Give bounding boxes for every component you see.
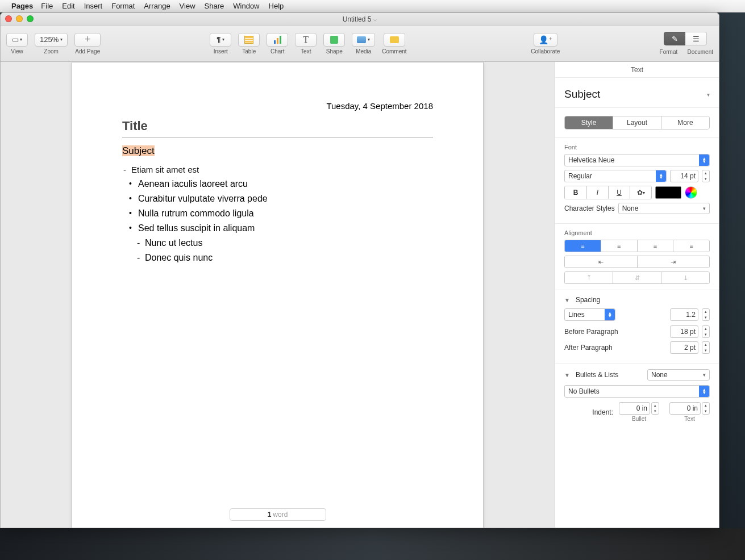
after-stepper[interactable]: ▴▾ — [702, 341, 710, 354]
table-button[interactable] — [238, 33, 260, 47]
advanced-font-button[interactable]: ✿▾ — [630, 186, 651, 199]
list-item[interactable]: Donec quis nunc — [122, 253, 433, 263]
bullet-indent-input[interactable]: 0 in — [619, 402, 650, 415]
disclosure-triangle-icon[interactable]: ▼ — [564, 297, 570, 303]
menu-file[interactable]: File — [41, 2, 53, 10]
spacing-value-input[interactable]: 1.2 — [670, 308, 698, 321]
select-arrow-icon: ▴▾ — [656, 170, 666, 182]
indent-button[interactable]: ⇥ — [637, 256, 710, 268]
collaborate-icon: 👤⁺ — [539, 35, 552, 44]
bold-button[interactable]: B — [565, 186, 586, 199]
font-family-select[interactable]: Helvetica Neue ▴▾ — [564, 154, 710, 166]
disclosure-triangle-icon[interactable]: ▼ — [564, 372, 570, 378]
alignment-label: Alignment — [564, 229, 710, 236]
align-right-button[interactable]: ≡ — [637, 240, 673, 252]
bullets-preset-value: None — [651, 371, 668, 379]
window-titlebar[interactable]: Untitled 5 ⌵ — [1, 13, 719, 26]
shape-icon — [330, 36, 338, 44]
text-indent-stepper[interactable]: ▴▾ — [702, 402, 710, 415]
add-page-label: Add Page — [75, 48, 100, 55]
list-item[interactable]: Curabitur vulputate viverra pede — [122, 194, 433, 204]
list-item[interactable]: Nunc ut lectus — [122, 238, 433, 248]
align-justify-button[interactable]: ≡ — [673, 240, 709, 252]
media-button[interactable]: ▾ — [352, 33, 375, 47]
menu-format[interactable]: Format — [111, 2, 135, 10]
font-weight-select[interactable]: Regular ▴▾ — [564, 170, 667, 182]
add-page-button[interactable]: + — [74, 33, 101, 47]
paragraph-style-name[interactable]: Subject — [564, 88, 600, 101]
minimize-window-button[interactable] — [16, 15, 23, 22]
bullets-type-select[interactable]: No Bullets ▴▾ — [564, 385, 710, 398]
list-item[interactable]: Sed tellus suscipit in aliquam — [122, 223, 433, 233]
character-styles-select[interactable]: None ▾ — [618, 203, 710, 214]
align-left-button[interactable]: ≡ — [565, 240, 601, 252]
view-button[interactable]: ▭ ▾ — [6, 33, 28, 47]
list-item[interactable]: Etiam sit amet est — [122, 165, 433, 174]
document-panel-button[interactable]: ☰ — [685, 32, 707, 45]
date-field[interactable]: Tuesday, 4 September 2018 — [122, 101, 433, 111]
menu-edit[interactable]: Edit — [62, 2, 74, 10]
shape-button[interactable] — [323, 33, 345, 47]
text-button[interactable]: T — [295, 33, 317, 47]
desktop-background — [719, 12, 745, 560]
spacing-mode-select[interactable]: Lines ▴▾ — [564, 308, 615, 321]
character-styles-value: None — [622, 204, 639, 212]
menu-view[interactable]: View — [180, 2, 195, 10]
text-indent-input[interactable]: 0 in — [669, 402, 701, 415]
valign-middle-button[interactable]: ⇵ — [613, 272, 661, 283]
italic-button[interactable]: I — [586, 186, 608, 199]
close-window-button[interactable] — [5, 15, 12, 22]
seg-style[interactable]: Style — [565, 116, 613, 129]
list-item[interactable]: Aenean iaculis laoreet arcu — [122, 179, 433, 189]
font-size-input[interactable]: 14 pt — [670, 170, 698, 182]
outdent-button[interactable]: ⇤ — [565, 256, 637, 268]
media-icon — [357, 36, 366, 43]
font-size-stepper[interactable]: ▴▾ — [702, 170, 710, 182]
comment-button[interactable] — [384, 33, 405, 47]
align-center-button[interactable]: ≡ — [601, 240, 637, 252]
list-item[interactable]: Nulla rutrum commodo ligula — [122, 208, 433, 219]
before-stepper[interactable]: ▴▾ — [702, 325, 710, 338]
character-styles-label: Character Styles — [564, 204, 615, 212]
fullscreen-window-button[interactable] — [27, 15, 34, 22]
insert-button[interactable]: ¶ ▾ — [210, 33, 231, 47]
app-name[interactable]: Pages — [11, 2, 33, 10]
title-rule — [122, 137, 433, 137]
style-chevron-icon[interactable]: ▾ — [707, 91, 710, 98]
page-number: 1 — [268, 511, 272, 519]
chevron-down-icon: ▾ — [703, 372, 706, 378]
format-panel-button[interactable]: ✎ — [664, 32, 685, 45]
bullets-preset-select[interactable]: None ▾ — [647, 369, 710, 381]
underline-button[interactable]: U — [608, 186, 630, 199]
valign-bottom-button[interactable]: ⤓ — [661, 272, 709, 283]
window-title[interactable]: Untitled 5 ⌵ — [343, 15, 377, 23]
menu-share[interactable]: Share — [205, 2, 224, 10]
text-color-swatch[interactable] — [655, 186, 681, 199]
menu-help[interactable]: Help — [269, 2, 284, 10]
page-title[interactable]: Title — [122, 119, 433, 133]
macos-menubar: Pages File Edit Insert Format Arrange Vi… — [0, 0, 745, 12]
seg-layout[interactable]: Layout — [613, 116, 661, 129]
document-page[interactable]: Tuesday, 4 September 2018 Title Subject … — [72, 62, 484, 528]
chart-button[interactable] — [267, 33, 288, 47]
format-icon: ✎ — [672, 35, 678, 43]
collaborate-button[interactable]: 👤⁺ — [534, 33, 557, 47]
menu-window[interactable]: Window — [233, 2, 259, 10]
zoom-select[interactable]: 125%▾ — [35, 33, 68, 47]
menu-arrange[interactable]: Arrange — [144, 2, 170, 10]
spacing-stepper[interactable]: ▴▾ — [702, 308, 710, 321]
bullet-indent-stepper[interactable]: ▴▾ — [651, 402, 659, 415]
subject-heading[interactable]: Subject — [122, 145, 155, 156]
valign-top-button[interactable]: ⤒ — [565, 272, 613, 283]
color-wheel-button[interactable] — [685, 186, 697, 199]
document-canvas[interactable]: Tuesday, 4 September 2018 Title Subject … — [1, 62, 555, 528]
inspector-tab-text[interactable]: Text — [555, 62, 719, 78]
comment-label: Comment — [382, 48, 406, 55]
toolbar: ▭ ▾ View 125%▾ Zoom + Add Page ¶ ▾ Inser… — [1, 26, 719, 62]
page-count-bar[interactable]: 1 word — [230, 508, 326, 521]
seg-more[interactable]: More — [661, 116, 709, 129]
before-paragraph-input[interactable]: 18 pt — [670, 325, 698, 338]
spacing-mode-value: Lines — [568, 311, 585, 319]
after-paragraph-input[interactable]: 2 pt — [670, 341, 698, 354]
menu-insert[interactable]: Insert — [84, 2, 103, 10]
